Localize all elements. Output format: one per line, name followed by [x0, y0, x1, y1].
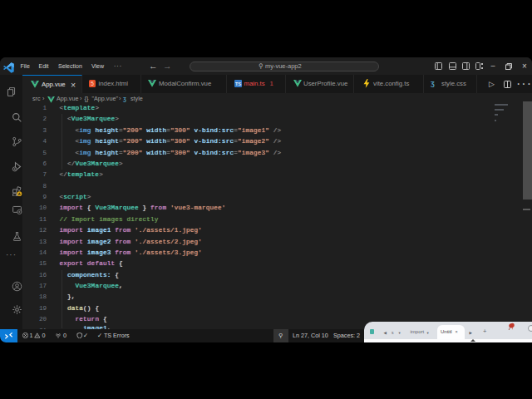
svg-text:5: 5 — [91, 81, 94, 86]
svg-text:TS: TS — [235, 81, 241, 86]
